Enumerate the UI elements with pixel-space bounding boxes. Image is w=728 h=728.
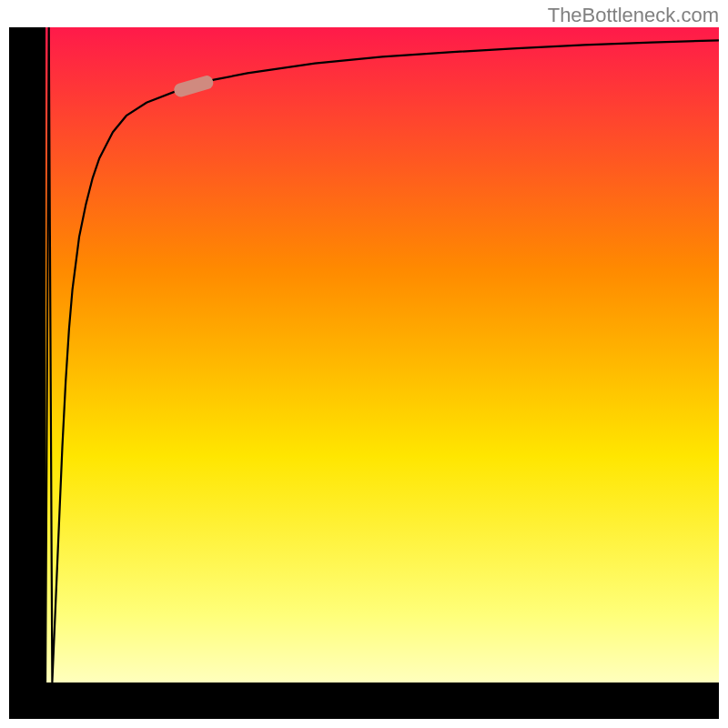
attribution-text: TheBottleneck.com bbox=[548, 4, 719, 27]
chart-container bbox=[9, 27, 719, 719]
chart-svg bbox=[9, 27, 719, 719]
y-axis bbox=[9, 27, 46, 719]
x-axis bbox=[9, 682, 719, 719]
plot-background bbox=[9, 27, 719, 719]
